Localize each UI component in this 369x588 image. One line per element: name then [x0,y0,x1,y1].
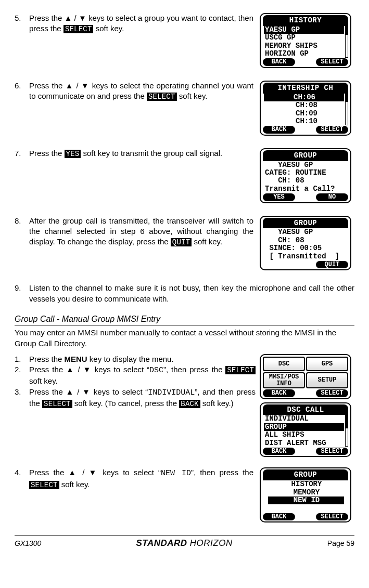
lcd-title: DSC CALL [263,404,348,415]
lcd-line: CH: 08 [264,237,348,244]
step-num: 3. [15,387,29,409]
lcd-line: NEW ID [268,496,344,504]
step-num: 7. [15,148,29,159]
lcd-line: CH: 08 [264,177,348,185]
step-num: 4. [15,467,29,478]
section-heading: Group Call - Manual Group MMSI Entry [15,313,354,326]
lcd-line: DIST ALERT MSG [264,439,348,447]
lcd-title: GROUP [263,469,348,480]
step-text: Press the ▲ / ▼ keys to select “DSC”, th… [29,364,256,387]
softkey-select: SELECT [316,448,348,455]
step-num: 6. [15,81,29,91]
lcd-title: GROUP [263,218,348,229]
softkey-select: SELECT [316,513,348,520]
lcd-group-transmitted: GROUP YAESU GP CH: 08 SINCE: 00:05 [ Tra… [260,216,351,271]
lcd-menu-quad: DSC GPS MMSI/POSINFO SETUP BACK SELECT [260,354,351,399]
lcd-line: HISTORY [264,480,348,488]
quad-gps: GPS [306,357,348,371]
lcd-line: [ Transmitted ] [264,253,348,260]
lcd-title: INTERSHIP CH [263,83,348,94]
softkey-back: BACK [263,513,295,520]
step-num: 9. [15,283,29,293]
model-number: GX1300 [15,539,41,548]
softkey-back: BACK [263,389,295,397]
step-num: 5. [15,13,29,23]
softkey-no: NO [316,193,348,201]
step-text: After the group call is transmitted, the… [29,216,258,247]
scrollbar [345,24,348,58]
lcd-line: SINCE: 00:05 [264,244,348,252]
lcd-title: HISTORY [263,15,348,26]
scrollbar [345,92,348,125]
step-num: 1. [15,354,29,364]
softkey-back: BACK [263,448,295,455]
step-text: Press the YES soft key to transmit the g… [29,148,258,159]
lcd-line: Transmit a Call? [264,185,348,193]
lcd-line: MEMORY SHIPS [264,42,348,50]
step-text: Press the ▲ / ▼ keys to select the opera… [29,81,258,102]
lcd-line: MEMORY [264,489,348,496]
softkey-back: BACK [263,58,295,66]
lcd-line: CH:08 [264,101,348,109]
lcd-line: GROUP [264,423,344,431]
softkey-back: BACK [263,126,295,133]
lcd-dsc-call: DSC CALL INDIVIDUAL GROUP ALL SHIPS DIST… [260,402,351,458]
softkey-yes: YES [263,193,295,201]
softkey-select: SELECT [316,126,348,133]
step-text: Press the MENU key to display the menu. [29,354,256,364]
lcd-intership: INTERSHIP CH CH:06 CH:08 CH:09 CH:10 BAC… [260,81,351,136]
step-text: Press the ▲ / ▼ keys to select a group y… [29,13,258,34]
step-num: 8. [15,216,29,226]
scrollbar [345,414,348,447]
softkey-select: SELECT [316,58,348,66]
step-text: Listen to the channel to make sure it is… [29,283,354,304]
softkey-select: SELECT [316,389,348,397]
lcd-line: CH:09 [264,110,348,117]
lcd-group-confirm: GROUP YAESU GP CATEG: ROUTINE CH: 08 Tra… [260,148,351,203]
lcd-history: HISTORY YAESU GP USCG GP MEMORY SHIPS HO… [260,13,351,68]
lcd-line: YAESU GP [264,161,348,169]
lcd-line: ALL SHIPS [264,431,348,439]
lcd-line: YAESU GP [264,228,348,236]
step-text: Press the ▲ / ▼ keys to select “NEW ID”,… [29,467,258,490]
lcd-line: HORIZON GP [264,50,348,58]
quad-dsc: DSC [263,357,305,371]
page-footer: GX1300 STANDARD HORIZON Page 59 [15,535,354,550]
lcd-line: CH:10 [264,117,348,125]
lcd-line: YAESU GP [264,26,344,34]
softkey-quit: QUIT [316,261,348,268]
lcd-line: USCG GP [264,34,348,42]
lcd-title: GROUP [263,150,348,161]
section-intro: You may enter an MMSI number manually to… [15,328,354,349]
step-num: 2. [15,364,29,387]
page-number: Page 59 [327,539,354,548]
brand-logo: STANDARD HORIZON [136,538,232,550]
lcd-line: CH:06 [264,94,344,101]
lcd-line: INDIVIDUAL [264,415,348,423]
quad-setup: SETUP [306,372,348,388]
lcd-line: CATEG: ROUTINE [264,169,348,177]
quad-mmsi: MMSI/POSINFO [263,372,305,388]
lcd-group-menu: GROUP HISTORY MEMORY NEW ID BACK SELECT [260,467,351,522]
step-text: Press the ▲ / ▼ keys to select “INDIVIDU… [29,387,256,409]
